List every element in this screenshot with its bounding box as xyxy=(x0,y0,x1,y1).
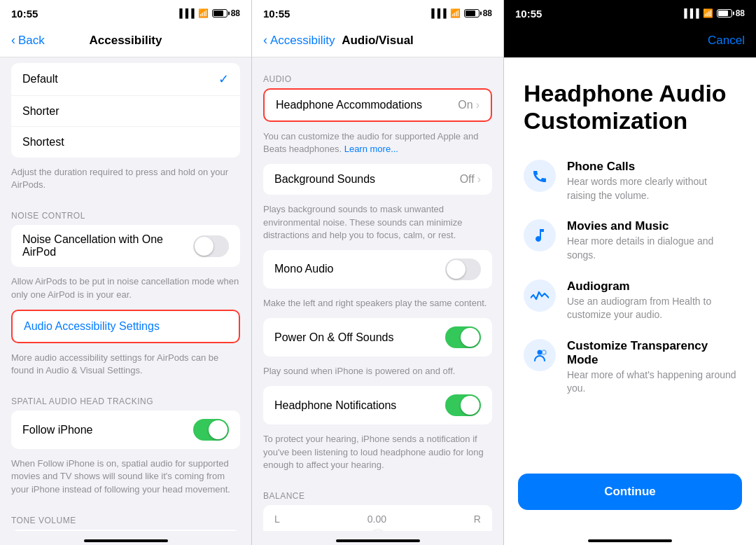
shorter-row[interactable]: Shorter xyxy=(11,96,240,127)
power-sounds-desc: Play sound when iPhone is powered on and… xyxy=(252,362,503,386)
middle-panel: 10:55 ▐▐▐ 📶 88 ‹ Accessibility Audio/Vis… xyxy=(252,0,504,545)
phone-calls-desc: Hear words more clearly without raising … xyxy=(567,175,736,202)
follow-iphone-label: Follow iPhone xyxy=(22,424,93,436)
movies-music-icon xyxy=(524,219,556,251)
continue-button[interactable]: Continue xyxy=(518,474,742,510)
audio-accessibility-desc: More audio accessibility settings for Ai… xyxy=(0,349,251,385)
power-sounds-group: Power On & Off Sounds xyxy=(263,318,492,357)
feature-movies-music: Movies and Music Hear more details in di… xyxy=(524,219,736,262)
wifi-icon-right: 📶 xyxy=(703,8,713,18)
hero-title: Headphone Audio Customization xyxy=(524,80,736,134)
balance-r: R xyxy=(474,513,481,525)
balance-section: L 0.00 R xyxy=(263,505,492,531)
background-sounds-row[interactable]: Background Sounds Off › xyxy=(263,164,492,195)
battery-percent: 88 xyxy=(231,8,240,18)
background-sounds-value: Off › xyxy=(460,173,481,186)
learn-more-link[interactable]: Learn more... xyxy=(344,144,398,154)
audiogram-text: Audiogram Use an audiogram from Health t… xyxy=(567,280,736,322)
back-button-middle[interactable]: ‹ Accessibility xyxy=(263,33,335,48)
headphone-accommodations-group: Headphone Accommodations On › xyxy=(263,88,492,122)
back-label-middle[interactable]: Accessibility xyxy=(270,34,335,48)
background-sounds-chevron: › xyxy=(477,173,481,186)
home-bar-left xyxy=(84,539,168,542)
power-sounds-label: Power On & Off Sounds xyxy=(274,331,393,344)
feature-transparency: Customize Transparency Mode Hear more of… xyxy=(524,339,736,396)
left-panel: 10:55 ▐▐▐ 📶 88 ‹ Back Accessibility Defa… xyxy=(0,0,252,545)
audio-accessibility-group: Audio Accessibility Settings xyxy=(11,310,240,343)
cancel-button[interactable]: Cancel xyxy=(708,34,745,48)
default-row[interactable]: Default ✓ xyxy=(11,63,240,96)
audio-section-label: AUDIO xyxy=(252,63,503,88)
status-bar-right: 10:55 ▐▐▐ 📶 88 xyxy=(504,0,756,25)
transparency-text: Customize Transparency Mode Hear more of… xyxy=(567,339,736,396)
headphone-accommodations-desc: You can customize the audio for supporte… xyxy=(252,127,503,164)
noise-toggle[interactable] xyxy=(193,235,229,257)
home-bar-right xyxy=(588,539,672,542)
status-bar-middle: 10:55 ▐▐▐ 📶 88 xyxy=(252,0,503,25)
mono-audio-label: Mono Audio xyxy=(274,263,334,275)
power-sounds-row[interactable]: Power On & Off Sounds xyxy=(263,318,492,357)
feature-phone-calls: Phone Calls Hear words more clearly with… xyxy=(524,160,736,202)
time-left: 10:55 xyxy=(11,8,38,20)
headphone-notifications-desc: To protect your hearing, iPhone sends a … xyxy=(252,430,503,480)
balance-slider[interactable] xyxy=(274,530,481,531)
movies-music-text: Movies and Music Hear more details in di… xyxy=(567,219,736,262)
press-hold-group: Default ✓ Shorter Shortest xyxy=(11,63,240,158)
shortest-label: Shortest xyxy=(22,136,64,149)
mono-audio-toggle[interactable] xyxy=(445,258,481,280)
background-sounds-group: Background Sounds Off › xyxy=(263,164,492,195)
audiogram-icon xyxy=(524,280,556,312)
balance-section-label: BALANCE xyxy=(252,480,503,505)
noise-label: Noise Cancellation with One AirPod xyxy=(22,233,185,258)
status-icons-left: ▐▐▐ 📶 88 xyxy=(176,8,240,18)
battery-icon xyxy=(212,9,227,18)
press-hold-desc: Adjust the duration required to press an… xyxy=(0,163,251,200)
follow-iphone-row[interactable]: Follow iPhone xyxy=(11,411,240,449)
headphone-accommodations-row[interactable]: Headphone Accommodations On › xyxy=(265,90,491,120)
headphone-notifications-label: Headphone Notifications xyxy=(274,399,396,412)
right-panel: 10:55 ▐▐▐ 📶 88 Cancel Headphone Audio Cu… xyxy=(504,0,756,545)
wifi-icon: 📶 xyxy=(198,8,209,18)
default-check: ✓ xyxy=(218,71,229,87)
middle-content: AUDIO Headphone Accommodations On › You … xyxy=(252,57,503,531)
nav-title-middle: Audio/Visual xyxy=(342,34,414,48)
noise-desc: Allow AirPods to be put in noise cancell… xyxy=(0,272,251,309)
left-content: Default ✓ Shorter Shortest Adjust the du… xyxy=(0,57,251,531)
noise-section-label: NOISE CONTROL xyxy=(0,200,251,225)
balance-l: L xyxy=(274,513,280,525)
noise-row[interactable]: Noise Cancellation with One AirPod xyxy=(11,225,240,267)
balance-knob[interactable] xyxy=(370,530,386,531)
spatial-section-label: SPATIAL AUDIO HEAD TRACKING xyxy=(0,385,251,411)
back-label-left[interactable]: Back xyxy=(18,34,45,48)
status-icons-right: ▐▐▐ 📶 88 xyxy=(681,8,745,18)
background-sounds-label: Background Sounds xyxy=(274,173,375,186)
phone-calls-title: Phone Calls xyxy=(567,160,736,174)
headphone-accommodations-value: On › xyxy=(458,99,479,111)
shortest-row[interactable]: Shortest xyxy=(11,127,240,158)
shorter-label: Shorter xyxy=(22,105,59,118)
signal-icon: ▐▐▐ xyxy=(176,8,195,18)
home-bar-middle xyxy=(336,539,420,542)
headphone-notifications-group: Headphone Notifications xyxy=(263,386,492,425)
signal-icon-right: ▐▐▐ xyxy=(681,8,699,18)
audio-accessibility-label[interactable]: Audio Accessibility Settings xyxy=(24,320,160,333)
headphone-notifications-toggle[interactable] xyxy=(445,394,481,416)
default-label: Default xyxy=(22,73,58,85)
power-sounds-toggle[interactable] xyxy=(445,326,481,348)
back-button-left[interactable]: ‹ Back xyxy=(11,33,45,48)
transparency-desc: Hear more of what's happening around you… xyxy=(567,368,736,396)
follow-iphone-desc: When Follow iPhone is on, spatial audio … xyxy=(0,455,251,504)
phone-calls-icon xyxy=(524,160,556,192)
balance-value: 0.00 xyxy=(368,513,386,525)
mono-audio-row[interactable]: Mono Audio xyxy=(263,250,492,289)
nav-bar-left: ‹ Back Accessibility xyxy=(0,25,251,57)
headphone-notifications-row[interactable]: Headphone Notifications xyxy=(263,386,492,425)
nav-bar-middle: ‹ Accessibility Audio/Visual xyxy=(252,25,503,57)
follow-iphone-toggle[interactable] xyxy=(193,419,229,441)
tone-section-label: TONE VOLUME xyxy=(0,504,251,530)
nav-title-left: Accessibility xyxy=(90,34,162,48)
status-icons-middle: ▐▐▐ 📶 88 xyxy=(428,8,492,18)
battery-percent-right: 88 xyxy=(736,8,745,18)
audio-accessibility-row[interactable]: Audio Accessibility Settings xyxy=(13,311,239,342)
battery-icon-middle xyxy=(464,9,479,18)
